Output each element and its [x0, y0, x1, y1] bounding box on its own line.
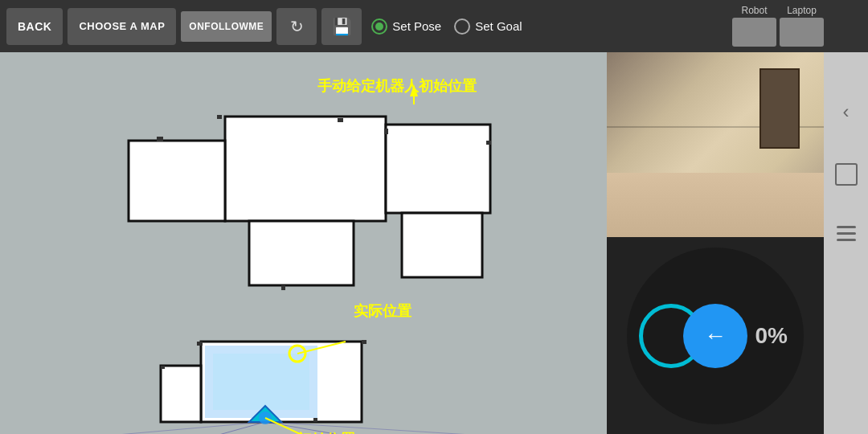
- choose-map-button[interactable]: CHOOSE A MAP: [68, 8, 176, 45]
- refresh-button[interactable]: ↻: [276, 8, 317, 45]
- annotation-mid: 实际位置: [354, 301, 411, 321]
- robot-group: Robot: [732, 5, 776, 47]
- svg-rect-3: [386, 125, 490, 213]
- map-area[interactable]: 手动给定机器人初始位置 实际位置 初始位置: [0, 52, 607, 434]
- svg-rect-19: [281, 285, 285, 290]
- annotation-bot: 初始位置: [297, 430, 355, 434]
- svg-rect-7: [161, 366, 201, 422]
- chevron-left-icon[interactable]: ‹: [843, 100, 850, 123]
- save-icon: 💾: [332, 17, 352, 36]
- set-pose-radio[interactable]: Set Pose: [371, 18, 441, 35]
- laptop-group: Laptop: [780, 5, 824, 47]
- right-panel: ← 0%: [607, 52, 824, 434]
- control-panel: ← 0%: [607, 237, 824, 434]
- svg-rect-2: [129, 141, 225, 221]
- refresh-icon: ↻: [290, 17, 304, 36]
- speed-percentage: 0%: [755, 323, 788, 349]
- save-button[interactable]: 💾: [321, 8, 362, 45]
- laptop-status-box: [780, 18, 824, 47]
- room-floor: [607, 173, 824, 237]
- svg-rect-21: [362, 340, 366, 344]
- robot-status-box: [732, 18, 776, 47]
- svg-rect-15: [217, 115, 222, 119]
- laptop-label: Laptop: [787, 5, 817, 16]
- set-pose-label: Set Pose: [392, 19, 441, 33]
- camera-view: [607, 52, 824, 237]
- map-svg: [0, 52, 607, 434]
- svg-rect-18: [486, 141, 491, 145]
- svg-rect-20: [197, 342, 203, 346]
- robot-laptop-panel: Robot Laptop: [732, 0, 824, 47]
- set-goal-circle: [454, 18, 470, 35]
- side-panel: ‹: [824, 52, 868, 434]
- svg-rect-1: [225, 117, 386, 221]
- camera-room: [607, 52, 824, 237]
- svg-rect-23: [313, 418, 317, 422]
- svg-rect-17: [384, 129, 388, 134]
- svg-rect-16: [338, 118, 343, 122]
- set-goal-radio[interactable]: Set Goal: [454, 18, 522, 35]
- arrow-left-icon: ←: [704, 323, 727, 349]
- robot-label: Robot: [741, 5, 767, 16]
- joystick-circle[interactable]: ← 0%: [627, 248, 804, 424]
- set-goal-label: Set Goal: [475, 19, 522, 33]
- svg-rect-22: [161, 366, 165, 369]
- room-door: [760, 68, 800, 149]
- back-button[interactable]: BACK: [6, 8, 63, 45]
- set-pose-circle: [371, 18, 387, 35]
- arrow-left-button[interactable]: ←: [683, 304, 747, 368]
- menu-icon[interactable]: [837, 226, 856, 241]
- annotation-top: 手动给定机器人初始位置: [317, 76, 477, 96]
- onfollowme-button[interactable]: ONFOLLOWME: [181, 11, 272, 42]
- svg-rect-5: [249, 221, 354, 285]
- svg-rect-14: [157, 137, 163, 141]
- pose-goal-radio-group: Set Pose Set Goal: [371, 18, 522, 35]
- svg-rect-4: [402, 213, 482, 277]
- square-icon[interactable]: [835, 163, 858, 186]
